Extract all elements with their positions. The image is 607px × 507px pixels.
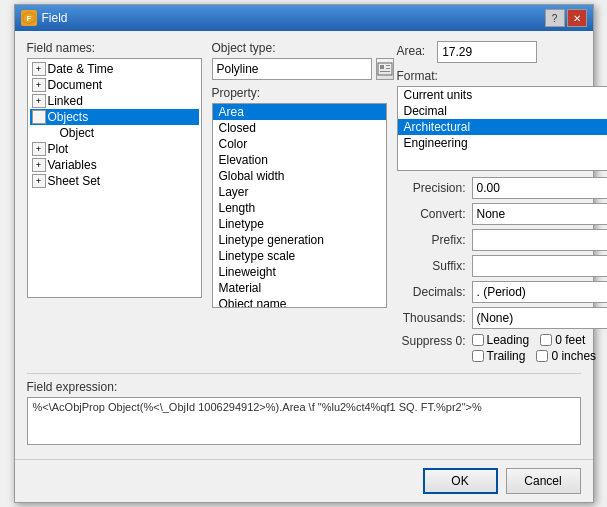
suffix-row: Suffix: [397, 255, 608, 277]
decimals-input[interactable] [472, 281, 608, 303]
precision-input[interactable] [472, 177, 608, 199]
expander-objects[interactable]: - [32, 110, 46, 124]
expander-linked[interactable]: + [32, 94, 46, 108]
prop-item-length[interactable]: Length [213, 200, 386, 216]
convert-label: Convert: [397, 207, 472, 221]
property-list[interactable]: Area Closed Color Elevation Global width… [212, 103, 387, 308]
expander-plot[interactable]: + [32, 142, 46, 156]
field-names-label: Field names: [27, 41, 202, 55]
prefix-row: Prefix: [397, 229, 608, 251]
field-names-tree[interactable]: + Date & Time + Document + Linked - Obje… [27, 58, 202, 298]
help-button[interactable]: ? [545, 9, 565, 27]
tree-label-linked: Linked [48, 94, 83, 108]
field-names-panel: Field names: + Date & Time + Document + … [27, 41, 202, 365]
object-type-input[interactable] [212, 58, 372, 80]
tree-item-document[interactable]: + Document [30, 77, 199, 93]
right-panel: Area: Format: Current units Decimal Arch… [397, 41, 608, 365]
tree-item-linked[interactable]: + Linked [30, 93, 199, 109]
precision-label: Precision: [397, 181, 472, 195]
thousands-input[interactable] [472, 307, 608, 329]
decimals-dropdown[interactable]: ▾ [472, 281, 608, 303]
middle-panel: Object type: Property: [212, 41, 387, 365]
tree-item-objects[interactable]: - Objects [30, 109, 199, 125]
tree-label-date-time: Date & Time [48, 62, 114, 76]
suffix-input[interactable] [472, 255, 608, 277]
prop-item-material[interactable]: Material [213, 280, 386, 296]
area-label: Area: [397, 44, 426, 58]
field-dialog: F Field ? ✕ Field names: + Date & Time [14, 4, 594, 503]
expander-date-time[interactable]: + [32, 62, 46, 76]
property-label: Property: [212, 86, 387, 100]
object-type-row [212, 58, 387, 80]
prop-item-linetype-scale[interactable]: Linetype scale [213, 248, 386, 264]
field-expression-box: %<\AcObjProp Object(%<\_ObjId 1006294912… [27, 397, 581, 445]
prop-item-linetype[interactable]: Linetype [213, 216, 386, 232]
title-bar: F Field ? ✕ [15, 5, 593, 31]
decimals-label: Decimals: [397, 285, 472, 299]
prop-item-closed[interactable]: Closed [213, 120, 386, 136]
area-input[interactable] [437, 41, 537, 63]
suppress-row: Suppress 0: Leading 0 feet Trailing [397, 333, 608, 363]
check-row-leading: Leading 0 feet [472, 333, 597, 347]
tree-item-object-child[interactable]: Object [30, 125, 199, 141]
inches-checkbox[interactable] [536, 350, 548, 362]
prop-item-object-name[interactable]: Object name [213, 296, 386, 308]
feet-checkbox[interactable] [540, 334, 552, 346]
prop-item-linetype-gen[interactable]: Linetype generation [213, 232, 386, 248]
dialog-body: Field names: + Date & Time + Document + … [15, 31, 593, 453]
field-expression-section: Field expression: %<\AcObjProp Object(%<… [27, 373, 581, 445]
check-row-trailing: Trailing 0 inches [472, 349, 597, 363]
prop-item-elevation[interactable]: Elevation [213, 152, 386, 168]
app-icon: F [21, 10, 37, 26]
suppress-checks: Leading 0 feet Trailing 0 inches [472, 333, 597, 363]
expander-variables[interactable]: + [32, 158, 46, 172]
tree-label-plot: Plot [48, 142, 69, 156]
expander-document[interactable]: + [32, 78, 46, 92]
format-list[interactable]: Current units Decimal Architectural Engi… [397, 86, 608, 171]
prefix-label: Prefix: [397, 233, 472, 247]
suppress-label: Suppress 0: [397, 333, 472, 348]
format-engineering[interactable]: Engineering [398, 135, 608, 151]
thousands-row: Thousands: ▾ [397, 307, 608, 329]
bottom-buttons: OK Cancel [15, 459, 593, 502]
leading-checkbox[interactable] [472, 334, 484, 346]
precision-row: Precision: ▾ [397, 177, 608, 199]
decimals-row: Decimals: ▾ [397, 281, 608, 303]
prop-item-layer[interactable]: Layer [213, 184, 386, 200]
convert-input[interactable] [472, 203, 608, 225]
leading-label: Leading [487, 333, 530, 347]
tree-item-variables[interactable]: + Variables [30, 157, 199, 173]
prop-item-area[interactable]: Area [213, 104, 386, 120]
suffix-label: Suffix: [397, 259, 472, 273]
tree-label-objects: Objects [48, 110, 89, 124]
thousands-label: Thousands: [397, 311, 472, 325]
object-type-label: Object type: [212, 41, 387, 55]
tree-item-date-time[interactable]: + Date & Time [30, 61, 199, 77]
title-buttons: ? ✕ [545, 9, 587, 27]
trailing-checkbox[interactable] [472, 350, 484, 362]
prop-item-color[interactable]: Color [213, 136, 386, 152]
cancel-button[interactable]: Cancel [506, 468, 581, 494]
tree-item-sheet-set[interactable]: + Sheet Set [30, 173, 199, 189]
format-architectural[interactable]: Architectural [398, 119, 608, 135]
precision-dropdown[interactable]: ▾ [472, 177, 608, 199]
thousands-dropdown[interactable]: ▾ [472, 307, 608, 329]
expander-sheet-set[interactable]: + [32, 174, 46, 188]
svg-rect-3 [380, 65, 384, 69]
tree-label-object-child: Object [60, 126, 95, 140]
svg-text:F: F [26, 14, 31, 23]
ok-button[interactable]: OK [423, 468, 498, 494]
object-type-select-button[interactable] [376, 58, 394, 80]
svg-rect-5 [386, 68, 390, 69]
prefix-input[interactable] [472, 229, 608, 251]
tree-label-sheet-set: Sheet Set [48, 174, 101, 188]
feet-label: 0 feet [555, 333, 585, 347]
convert-dropdown[interactable]: ▾ [472, 203, 608, 225]
tree-item-plot[interactable]: + Plot [30, 141, 199, 157]
format-decimal[interactable]: Decimal [398, 103, 608, 119]
svg-rect-4 [386, 65, 390, 66]
close-button[interactable]: ✕ [567, 9, 587, 27]
prop-item-global-width[interactable]: Global width [213, 168, 386, 184]
prop-item-lineweight[interactable]: Lineweight [213, 264, 386, 280]
format-current-units[interactable]: Current units [398, 87, 608, 103]
